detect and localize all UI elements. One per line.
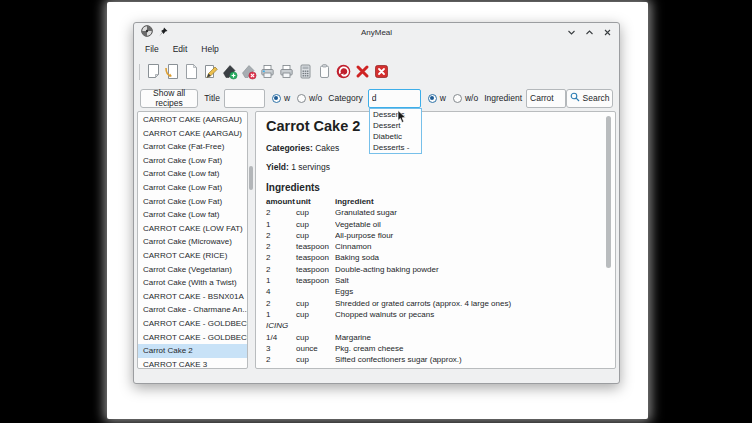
recipe-view-scrollbar[interactable] [606,116,612,364]
recipe-list-item[interactable]: Carrot Cake - Charmane An... [138,303,247,317]
recipe-list-item[interactable]: Carrot Cake (Low Fat) [138,154,247,168]
print-preview-icon[interactable] [277,62,296,81]
new-recipe-icon[interactable] [144,62,163,81]
category-without-label: w/o [465,93,478,103]
recipe-list-scrollbar[interactable] [248,111,255,369]
recipe-list-item[interactable]: CARROT CAKE (RICE) [138,249,247,263]
recipe-list: CARROT CAKE (AARGAU) CARROT CAKE (AARGAU… [137,111,248,369]
show-all-recipes-button[interactable]: Show all recipes [140,89,198,108]
ingredient-row: 1/4 cup Margarine [266,332,601,343]
import-recipe-icon[interactable] [163,62,182,81]
remove-recipe-icon[interactable] [239,62,258,81]
ingredients-table: amount unit ingredient 2 cup Granulated … [266,196,601,369]
clipboard-icon[interactable] [315,62,334,81]
ingredient-row: 2 cup Sifted confectioners sugar (approx… [266,354,601,365]
ingredient-row: 3 ounce Pkg. cream cheese [266,343,601,354]
anymeal-window: AnyMeal FileEditHelp [133,22,620,384]
search-icon [570,92,580,104]
recipe-view: Carrot Cake 2 Categories: Cakes Yield: 1… [255,111,616,369]
recipe-list-item[interactable]: Carrot Cake 2 [138,344,247,358]
recipe-list-item[interactable]: CARROT CAKE (AARGAU) [138,113,247,127]
recipe-list-item[interactable]: CARROT CAKE (AARGAU) [138,127,247,141]
ingredient-row: 4 Eggs [266,286,601,297]
menubar: FileEditHelp [134,41,619,58]
title-with-label: w [284,93,290,103]
ingredient-filter-label: Ingredient [484,93,522,103]
toolbar-handle[interactable] [139,64,140,80]
ingredient-row: 2 teaspoon Double-acting baking powder [266,264,601,275]
title-filter-input[interactable] [224,89,265,108]
recipe-list-item[interactable]: Carrot Cake (Low Fat) [138,181,247,195]
ingredient-row: 1 cup Vegetable oil [266,219,601,230]
ingredient-row: 2 cup All-purpose flour [266,230,601,241]
category-suggestion-item[interactable]: Desserts [370,109,421,120]
ingredient-row: 1 cup Chopped walnuts or pecans [266,309,601,320]
category-suggestion-item[interactable]: Diabetic [370,131,421,142]
category-suggestions-dropdown: DessertsDessertDiabeticDesserts - [369,108,422,154]
close-button[interactable] [603,28,612,37]
recipe-list-item[interactable]: CARROT CAKE 3 [138,358,247,369]
category-suggestion-item[interactable]: Dessert [370,120,421,131]
recipe-list-item[interactable]: Carrot Cake (Low fat) [138,208,247,222]
category-filter-input[interactable] [368,89,421,108]
recipe-list-item[interactable]: Carrot Cake (Vegetarian) [138,263,247,277]
recipe-list-item[interactable]: Carrot Cake (Microwave) [138,235,247,249]
recipe-view-scrollbar-thumb[interactable] [606,116,611,268]
menu-item[interactable]: Help [194,41,225,58]
recipe-list-item[interactable]: CARROT CAKE - BSNX01A [138,290,247,304]
category-suggestion-item[interactable]: Desserts - [370,142,421,153]
recipe-list-item[interactable]: Carrot Cake (Low fat) [138,167,247,181]
abort-icon[interactable] [334,62,353,81]
titlebar[interactable]: AnyMeal [134,23,619,41]
toolbar [134,59,619,84]
recipe-list-item[interactable]: CARROT CAKE - GOLDBECK [138,317,247,331]
ingredients-header-row: amount unit ingredient [266,196,601,207]
title-without-label: w/o [309,93,322,103]
calculator-icon[interactable] [296,62,315,81]
minimize-button[interactable] [567,28,576,37]
mouse-cursor [397,110,409,128]
menu-item[interactable]: File [138,41,166,58]
category-with-label: w [440,93,446,103]
ingredient-row: ICING [266,320,601,331]
ingredient-filter-input[interactable] [526,89,566,108]
recipe-list-scrollbar-thumb[interactable] [249,166,253,190]
search-button[interactable]: Search [566,89,613,108]
recipe-yield: Yield: 1 servings [266,162,601,172]
title-without-radio[interactable] [297,94,306,103]
recipe-list-item[interactable]: CARROT CAKE (LOW FAT) [138,222,247,236]
maximize-button[interactable] [585,28,594,37]
ingredient-row: 2 teaspoon Baking soda [266,252,601,263]
category-with-radio[interactable] [428,94,437,103]
export-recipe-icon[interactable] [182,62,201,81]
desktop-background: AnyMeal FileEditHelp [0,0,752,423]
recipe-categories: Categories: Cakes [266,143,601,153]
recipe-list-item[interactable]: Carrot Cake (Low Fat) [138,195,247,209]
title-with-radio[interactable] [272,94,281,103]
search-button-label: Search [583,93,610,103]
window-title: AnyMeal [134,28,619,37]
add-recipe-icon[interactable] [220,62,239,81]
ingredient-row: 2 cup Granulated sugar [266,207,601,218]
category-filter-label: Category [328,93,363,103]
ingredient-row: 2 teaspoon Cinnamon [266,241,601,252]
delete-icon[interactable] [353,62,372,81]
recipe-title: Carrot Cake 2 [266,118,601,134]
recipe-list-item[interactable]: CARROT CAKE - GOLDBECK [138,331,247,345]
pin-icon[interactable] [158,23,168,41]
ingredient-row: 1 teaspoon Salt [266,275,601,286]
ingredient-row: 2 cup Shredded or grated carrots (approx… [266,298,601,309]
title-filter-label: Title [204,93,220,103]
ingredients-heading: Ingredients [266,182,601,193]
recipe-list-item[interactable]: Carrot Cake (Fat-Free) [138,140,247,154]
ingredient-row: 1 teaspoon Vanilla extract [266,365,601,369]
app-icon [141,23,153,41]
quit-icon[interactable] [372,62,391,81]
print-icon[interactable] [258,62,277,81]
recipe-list-item[interactable]: Carrot Cake (With a Twist) [138,276,247,290]
category-without-radio[interactable] [453,94,462,103]
menu-item[interactable]: Edit [166,41,195,58]
edit-recipe-icon[interactable] [201,62,220,81]
